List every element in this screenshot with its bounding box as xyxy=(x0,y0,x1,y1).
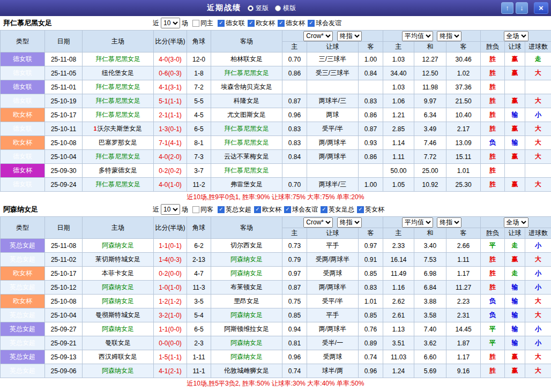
bookmaker-select[interactable]: Crow* xyxy=(303,31,333,41)
asia-handicap: 两球半/三 xyxy=(307,94,359,108)
euro-away-odds: 21.50 xyxy=(446,94,481,108)
away-team[interactable]: 阿森纳女足 xyxy=(211,253,282,267)
euro-draw-odds: 3.62 xyxy=(414,336,446,350)
home-team[interactable]: 拜仁慕尼黑女足 xyxy=(83,52,154,66)
corner-score: 12-0 xyxy=(187,52,211,66)
home-team[interactable]: 阿森纳女足 xyxy=(83,364,154,378)
league-type-badge: 德女联 xyxy=(1,80,45,94)
match-count-select[interactable]: 10 xyxy=(161,204,180,215)
home-team[interactable]: 阿森纳女足 xyxy=(83,295,154,308)
away-team[interactable]: 布莱顿女足 xyxy=(211,281,282,295)
asia-away-odds: 1.00 xyxy=(359,52,383,66)
close-button[interactable]: × xyxy=(534,2,548,14)
away-team[interactable]: 尤文图斯女足 xyxy=(211,108,282,122)
home-team[interactable]: 阿森纳女足 xyxy=(83,281,154,295)
same-venue-checkbox[interactable]: 同客 xyxy=(192,205,213,214)
home-team[interactable]: 曼彻斯特城女足 xyxy=(83,308,154,322)
scope-select[interactable]: 全场 xyxy=(504,31,528,41)
col-euro-home: 主 xyxy=(383,228,414,239)
bookmaker-stage-select[interactable]: 终指 xyxy=(337,31,362,41)
league-filter-checkbox[interactable]: ✓球会友谊 xyxy=(308,19,341,28)
home-team[interactable]: 西汉姆联女足 xyxy=(83,350,154,364)
home-team[interactable]: 拜仁慕尼黑女足 xyxy=(83,150,154,164)
asia-away-odds: 0.86 xyxy=(359,150,383,164)
away-team[interactable]: 拜仁慕尼黑女足 xyxy=(211,136,282,150)
away-team[interactable]: 伦敦城雌狮女足 xyxy=(211,364,282,378)
europe-stage-select[interactable]: 终指 xyxy=(437,217,461,228)
away-team[interactable]: 阿斯顿维拉女足 xyxy=(211,322,282,336)
away-team[interactable]: 弗雷堡女足 xyxy=(211,178,282,192)
match-score: 4-1(2-1) xyxy=(154,364,187,378)
league-filter-checkbox[interactable]: ✓球会友谊 xyxy=(284,205,318,214)
scroll-up-button[interactable]: ↑ xyxy=(501,2,513,14)
home-team[interactable]: 拜仁慕尼黑女足 xyxy=(83,94,154,108)
away-team[interactable]: 柏林联女足 xyxy=(211,52,282,66)
europe-stage-select[interactable]: 终指 xyxy=(437,31,461,41)
euro-away-odds: 1.01 xyxy=(446,164,481,178)
home-team[interactable]: 多特蒙德女足 xyxy=(83,164,154,178)
league-filter-checkbox[interactable]: ✓德女杯 xyxy=(278,19,305,28)
away-team[interactable]: 拜仁慕尼黑女足 xyxy=(211,164,282,178)
away-team[interactable]: 云达不莱梅女足 xyxy=(211,150,282,164)
home-team[interactable]: 本菲卡女足 xyxy=(83,267,154,281)
league-filter-checkbox[interactable]: ✓英女杯 xyxy=(357,205,384,214)
away-team[interactable]: 阿森纳女足 xyxy=(211,267,282,281)
home-team[interactable]: 拜仁慕尼黑女足 xyxy=(83,108,154,122)
match-result: 胜 xyxy=(481,350,505,364)
home-team[interactable]: 纽伦堡女足 xyxy=(83,66,154,80)
match-score: 3-2(1-0) xyxy=(154,308,187,322)
home-team[interactable]: 曼联女足 xyxy=(83,336,154,350)
bookmaker-select[interactable]: Crow* xyxy=(303,217,333,228)
handicap-result: 输 xyxy=(505,336,525,350)
home-team[interactable]: 阿森纳女足 xyxy=(83,239,154,253)
europe-odds-select[interactable]: 平均值 xyxy=(402,217,433,228)
scope-select[interactable]: 全场 xyxy=(504,217,528,228)
same-venue-checkbox[interactable]: 同主 xyxy=(192,19,213,28)
asia-home-odds: 0.83 xyxy=(282,136,307,150)
bookmaker-stage-select[interactable]: 终指 xyxy=(337,217,362,228)
corner-score: 1-11 xyxy=(187,350,211,364)
radio-horizontal-layout[interactable]: 横版 xyxy=(275,4,296,13)
away-team[interactable]: 阿森纳女足 xyxy=(211,336,282,350)
match-date: 25-10-08 xyxy=(45,295,83,308)
home-team[interactable]: 拜仁慕尼黑女足 xyxy=(83,80,154,94)
league-filter-checkbox[interactable]: ✓欧女杯 xyxy=(254,205,281,214)
match-count-select[interactable]: 10 xyxy=(161,18,180,28)
home-team[interactable]: 拜仁慕尼黑女足 xyxy=(83,178,154,192)
scroll-down-button[interactable]: ↓ xyxy=(516,2,528,14)
away-team[interactable]: 阿森纳女足 xyxy=(211,350,282,364)
corner-score: 7-3 xyxy=(187,150,211,164)
league-filter-checkbox[interactable]: ✓德女联 xyxy=(218,19,245,28)
league-type-badge: 德女联 xyxy=(1,150,45,164)
asia-odds-header: Crow* 终指 xyxy=(282,31,383,42)
away-team[interactable]: 阿森纳女足 xyxy=(211,308,282,322)
euro-home-odds: 50.00 xyxy=(383,164,414,178)
home-team[interactable]: 莱切斯特城女足 xyxy=(83,253,154,267)
goals-result: 小 xyxy=(525,281,551,295)
euro-draw-odds: 6.60 xyxy=(414,350,446,364)
handicap-result: 输 xyxy=(505,108,525,122)
away-team[interactable]: 拜仁慕尼黑女足 xyxy=(211,122,282,136)
radio-vertical-layout[interactable]: 竖版 xyxy=(248,4,269,13)
league-filter-checkbox[interactable]: ✓英女足总 xyxy=(321,205,354,214)
home-team[interactable]: 阿森纳女足 xyxy=(83,322,154,336)
home-team[interactable]: 巴塞罗那女足 xyxy=(83,136,154,150)
corner-score: 1-8 xyxy=(187,66,211,80)
league-filter-checkbox[interactable]: ✓英总女超 xyxy=(218,205,251,214)
away-team[interactable]: 切尔西女足 xyxy=(211,239,282,253)
away-team[interactable]: 埃森舍纳贝克女足 xyxy=(211,80,282,94)
league-filter-checkbox[interactable]: ✓欧女杯 xyxy=(248,19,275,28)
match-score: 1-2(1-2) xyxy=(154,295,187,308)
home-team[interactable]: 1沃尔夫斯堡女足 xyxy=(83,122,154,136)
filter-bar: 近 10 场 同客 ✓英总女超✓欧女杯✓球会友谊✓英女足总✓英女杯 xyxy=(153,204,384,215)
away-team[interactable]: 拜仁慕尼黑女足 xyxy=(211,66,282,80)
away-team[interactable]: 里昂女足 xyxy=(211,295,282,308)
match-score: 1-5(1-1) xyxy=(154,350,187,364)
europe-odds-select[interactable]: 平均值 xyxy=(402,31,433,41)
match-date: 25-10-11 xyxy=(45,122,83,136)
asia-handicap: 受平/半 xyxy=(307,295,359,308)
match-row: 德女杯25-09-30多特蒙德女足0-2(0-2)3-7拜仁慕尼黑女足50.00… xyxy=(1,164,551,178)
away-team[interactable]: 科隆女足 xyxy=(211,94,282,108)
close-icon: × xyxy=(539,3,543,12)
match-score: 1-1(0-1) xyxy=(154,239,187,253)
